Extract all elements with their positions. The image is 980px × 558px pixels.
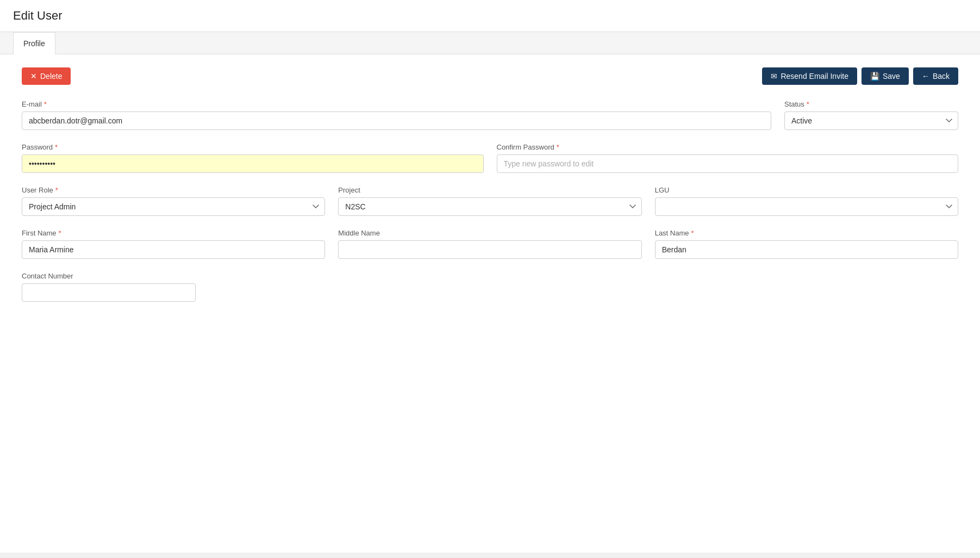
status-label: Status* — [784, 100, 958, 108]
confirm-password-input[interactable] — [497, 154, 959, 173]
form-group-project: Project N2SC — [338, 186, 641, 216]
lgu-label: LGU — [655, 186, 958, 194]
password-required-indicator: * — [55, 143, 58, 151]
row-email-status: E-mail* Status* Active Inactive — [22, 100, 958, 130]
form-group-lgu: LGU — [655, 186, 958, 216]
form-group-status: Status* Active Inactive — [784, 100, 958, 130]
status-required-indicator: * — [807, 100, 809, 108]
last-name-label: Last Name* — [655, 229, 958, 237]
password-label: Password* — [22, 143, 484, 151]
email-input[interactable] — [22, 111, 771, 130]
envelope-icon: ✉ — [771, 72, 777, 80]
password-input[interactable] — [22, 154, 484, 173]
back-icon: ← — [922, 72, 929, 80]
first-name-label: First Name* — [22, 229, 325, 237]
confirm-password-required-indicator: * — [557, 143, 559, 151]
email-label: E-mail* — [22, 100, 771, 108]
user-role-select[interactable]: Project Admin Admin User — [22, 197, 325, 216]
form-group-middle-name: Middle Name — [338, 229, 641, 259]
tab-bar: Profile — [0, 32, 980, 54]
contact-number-input[interactable] — [22, 283, 196, 302]
form-group-email: E-mail* — [22, 100, 771, 130]
project-select[interactable]: N2SC — [338, 197, 641, 216]
form-group-first-name: First Name* — [22, 229, 325, 259]
row-names: First Name* Middle Name Last Name* — [22, 229, 958, 259]
middle-name-label: Middle Name — [338, 229, 641, 237]
middle-name-input[interactable] — [338, 240, 641, 259]
form-group-confirm-password: Confirm Password* — [497, 143, 959, 173]
row-passwords: Password* Confirm Password* — [22, 143, 958, 173]
first-name-input[interactable] — [22, 240, 325, 259]
contact-number-label: Contact Number — [22, 272, 196, 280]
toolbar-left: ✕ Delete — [22, 67, 71, 85]
save-icon: 💾 — [870, 72, 879, 80]
tab-profile[interactable]: Profile — [13, 32, 55, 54]
toolbar: ✕ Delete ✉ Resend Email Invite 💾 Save ← … — [22, 67, 958, 85]
lgu-select[interactable] — [655, 197, 958, 216]
email-required-indicator: * — [44, 100, 47, 108]
user-role-required-indicator: * — [55, 186, 58, 194]
project-label: Project — [338, 186, 641, 194]
first-name-required-indicator: * — [59, 229, 61, 237]
page-header: Edit User — [0, 0, 980, 32]
main-content: ✕ Delete ✉ Resend Email Invite 💾 Save ← … — [0, 54, 980, 553]
form-group-password: Password* — [22, 143, 484, 173]
delete-button[interactable]: ✕ Delete — [22, 67, 71, 85]
save-button[interactable]: 💾 Save — [862, 67, 909, 85]
form-group-user-role: User Role* Project Admin Admin User — [22, 186, 325, 216]
last-name-required-indicator: * — [691, 229, 694, 237]
back-button[interactable]: ← Back — [913, 67, 958, 85]
toolbar-right: ✉ Resend Email Invite 💾 Save ← Back — [762, 67, 958, 85]
last-name-input[interactable] — [655, 240, 958, 259]
form-group-last-name: Last Name* — [655, 229, 958, 259]
resend-email-button[interactable]: ✉ Resend Email Invite — [762, 67, 857, 85]
row-contact: Contact Number — [22, 272, 958, 302]
user-role-label: User Role* — [22, 186, 325, 194]
form-group-contact-number: Contact Number — [22, 272, 196, 302]
row-role-project-lgu: User Role* Project Admin Admin User Proj… — [22, 186, 958, 216]
status-select[interactable]: Active Inactive — [784, 111, 958, 130]
page-title: Edit User — [13, 9, 967, 23]
delete-icon: ✕ — [30, 72, 37, 80]
confirm-password-label: Confirm Password* — [497, 143, 959, 151]
